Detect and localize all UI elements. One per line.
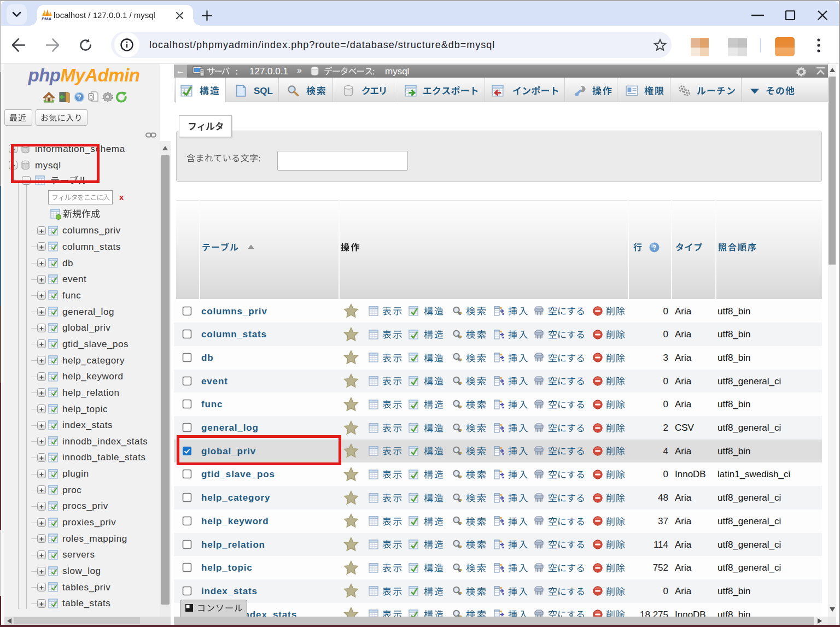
svg-text:PMA: PMA (42, 16, 51, 21)
svg-text:?: ? (77, 93, 81, 101)
svg-text:?: ? (652, 244, 656, 251)
